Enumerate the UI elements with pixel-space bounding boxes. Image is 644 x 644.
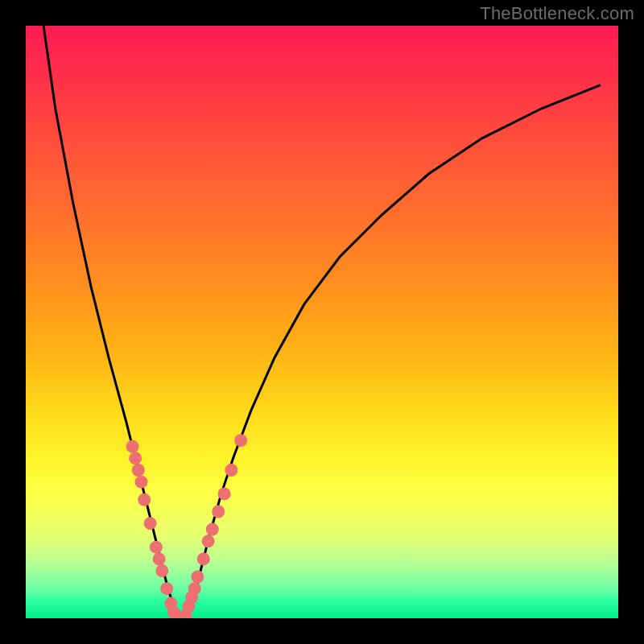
plot-area (26, 26, 618, 618)
data-point (191, 571, 204, 584)
data-point (129, 452, 142, 464)
data-point (234, 434, 247, 447)
chart-svg (26, 26, 618, 618)
data-point (188, 582, 201, 595)
data-point (132, 464, 145, 477)
data-point (160, 582, 173, 595)
watermark-text: TheBottleneck.com (480, 3, 634, 24)
data-point (225, 464, 237, 477)
data-point (212, 506, 225, 518)
bottleneck-curve (43, 26, 601, 618)
data-point (138, 493, 151, 506)
data-point (206, 523, 219, 536)
data-point (202, 535, 215, 547)
data-points-layer (126, 434, 248, 618)
chart-frame: TheBottleneck.com (0, 0, 644, 644)
data-point (218, 487, 231, 500)
data-point (197, 552, 210, 565)
data-point (153, 552, 166, 565)
data-point (126, 440, 139, 453)
curve-layer (43, 26, 601, 618)
data-point (135, 476, 148, 489)
data-point (144, 517, 157, 530)
data-point (150, 541, 163, 554)
data-point (155, 564, 168, 577)
